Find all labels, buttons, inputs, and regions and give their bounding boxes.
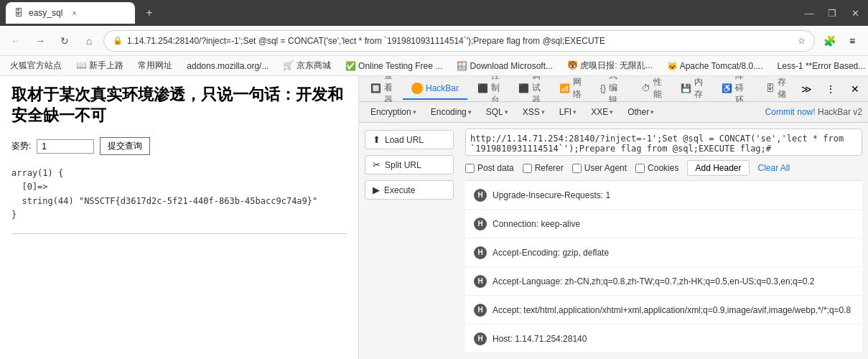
cookies-checkbox[interactable]	[635, 164, 645, 173]
minimize-button[interactable]: —	[802, 6, 816, 20]
encoding-dropdown[interactable]: Encoding ▾	[425, 105, 477, 119]
hackbar-version: HackBar v2	[818, 107, 862, 117]
header-text: Host: 1.14.71.254:28140	[493, 334, 854, 344]
performance-icon: ⏱	[642, 83, 650, 93]
add-header-button[interactable]: Add Header	[687, 160, 749, 176]
accessibility-icon: ♿	[722, 83, 732, 93]
article-title: 取材于某次真实环境渗透，只说一句话：开发和安全缺一不可	[11, 85, 347, 126]
user-agent-label: User Agent	[584, 163, 627, 173]
cookies-label: Cookies	[648, 163, 678, 173]
clear-all-button[interactable]: Clear All	[758, 163, 790, 173]
split-url-button[interactable]: ✂ Split URL	[365, 155, 454, 174]
nav-right-buttons: 🧩 ≡	[819, 31, 862, 51]
address-bar[interactable]: 🔒 1.14.71.254:28140/?inject=-1';Set @sql…	[103, 30, 815, 52]
bookmark-addons[interactable]: addons.mozilla.org/...	[182, 60, 273, 73]
style-icon: {}	[600, 83, 606, 93]
header-row: H Accept: text/html,application/xhtml+xm…	[465, 296, 862, 325]
bookmark-less1[interactable]: Less-1 **Error Based...	[773, 60, 868, 73]
memory-icon: 💾	[681, 83, 691, 93]
lfi-dropdown[interactable]: LFI ▾	[554, 105, 582, 119]
xxe-dropdown[interactable]: XXE ▾	[585, 105, 619, 119]
bookmark-microsoft[interactable]: 🪟 Download Microsoft...	[452, 60, 557, 73]
header-row: H Accept-Encoding: gzip, deflate	[465, 238, 862, 267]
devtools-overflow-button[interactable]: ≫	[796, 79, 816, 99]
other-arrow: ▾	[650, 108, 654, 116]
posture-input[interactable]	[37, 139, 94, 154]
post-data-checkbox[interactable]	[465, 164, 475, 173]
bookmark-testing[interactable]: ✅ Online Testing Free ...	[341, 60, 447, 73]
network-icon: 📶	[559, 83, 570, 93]
back-button[interactable]: ←	[6, 31, 26, 51]
header-row: H Host: 1.14.71.254:28140	[465, 325, 862, 353]
code-output: array(1) { [0]=> string(44) "NSSCTF{d361…	[11, 167, 347, 222]
tab-close-button[interactable]: ×	[68, 7, 80, 19]
bookmark-newuser[interactable]: 📖 新手上路	[72, 58, 128, 73]
browser-tab[interactable]: 🗄 easy_sql ×	[6, 2, 135, 24]
encryption-dropdown[interactable]: Encryption ▾	[365, 105, 422, 119]
other-dropdown[interactable]: Other ▾	[622, 105, 660, 119]
xss-label: XSS	[523, 107, 540, 117]
bookmark-huxiu[interactable]: 🐯 虎嗅日报: 无限乱...	[563, 58, 657, 73]
referer-checkbox[interactable]	[523, 164, 532, 173]
xss-dropdown[interactable]: XSS ▾	[517, 105, 551, 119]
bookmarks-bar: 火狐官方站点 📖 新手上路 常用网址 addons.mozilla.org/..…	[0, 56, 868, 76]
commit-now-link[interactable]: Commit now!	[765, 107, 816, 117]
load-url-label: Load URL	[385, 135, 424, 145]
post-data-checkbox-label[interactable]: Post data	[465, 163, 514, 173]
user-agent-checkbox-label[interactable]: User Agent	[572, 163, 627, 173]
right-panel: 🔲 查看器 HackBar ⬛ 控制台 ⬛ 调试器 📶 网络	[359, 76, 868, 359]
menu-button[interactable]: ≡	[842, 31, 862, 51]
tab-performance-label: 性能	[653, 76, 662, 101]
url-input[interactable]: http://1.14.71.254:28140/?inject=-1';Set…	[465, 129, 862, 156]
close-window-button[interactable]: ✕	[848, 6, 862, 20]
refresh-button[interactable]: ↻	[55, 31, 75, 51]
execute-icon: ▶	[373, 185, 380, 195]
console-icon: ⬛	[477, 83, 488, 93]
header-badge: H	[474, 246, 487, 259]
header-badge: H	[474, 275, 487, 288]
headers-list: H Upgrade-Insecure-Requests: 1 H Connect…	[465, 180, 862, 353]
home-button[interactable]: ⌂	[79, 31, 99, 51]
cookies-checkbox-label[interactable]: Cookies	[635, 163, 678, 173]
debugger-icon: ⬛	[518, 83, 529, 93]
encoding-label: Encoding	[431, 107, 467, 117]
new-tab-button[interactable]: +	[141, 4, 158, 22]
hackbar-icon	[411, 83, 423, 94]
submit-query-button[interactable]: 提交查询	[100, 137, 150, 155]
tab-storage-label: 存储	[778, 76, 786, 101]
bookmark-tomcat[interactable]: 🐱 Apache Tomcat/8.0....	[663, 60, 767, 73]
tab-title: easy_sql	[29, 8, 62, 18]
header-badge: H	[474, 218, 487, 230]
bookmark-firefox[interactable]: 火狐官方站点	[6, 58, 66, 73]
devtools-close-button[interactable]: ✕	[845, 79, 865, 99]
header-text: Accept-Encoding: gzip, deflate	[493, 248, 854, 258]
bookmark-common[interactable]: 常用网址	[134, 58, 177, 73]
address-text: 1.14.71.254:28140/?inject=-1';Set @sql =…	[127, 36, 793, 46]
encryption-arrow: ▾	[413, 108, 416, 116]
forward-button[interactable]: →	[30, 31, 50, 51]
tab-hackbar[interactable]: HackBar	[403, 78, 467, 100]
extensions-button[interactable]: 🧩	[819, 31, 839, 51]
form-label: 姿势:	[11, 140, 31, 152]
devtools-tabs: 🔲 查看器 HackBar ⬛ 控制台 ⬛ 调试器 📶 网络	[359, 76, 868, 102]
devtools-settings-button[interactable]: ⋮	[821, 79, 841, 99]
browser-window: 🗄 easy_sql × + — ❐ ✕ ← → ↻ ⌂ 🔒 1.14.71.2…	[0, 0, 868, 359]
header-text: Accept-Language: zh-CN,zh;q=0.8,zh-TW;q=…	[493, 276, 854, 286]
maximize-button[interactable]: ❐	[825, 6, 839, 20]
split-url-label: Split URL	[385, 160, 421, 170]
star-icon[interactable]: ☆	[798, 36, 806, 46]
sql-arrow: ▾	[505, 108, 508, 116]
bookmark-jd[interactable]: 🛒 京东商城	[279, 58, 335, 73]
referer-checkbox-label[interactable]: Referer	[523, 163, 564, 173]
load-url-button[interactable]: ⬆ Load URL	[365, 130, 454, 149]
user-agent-checkbox[interactable]	[572, 164, 582, 173]
title-bar: 🗄 easy_sql × + — ❐ ✕	[0, 0, 868, 26]
tab-hackbar-label: HackBar	[426, 83, 459, 93]
nav-bar: ← → ↻ ⌂ 🔒 1.14.71.254:28140/?inject=-1';…	[0, 26, 868, 56]
sql-dropdown[interactable]: SQL ▾	[480, 105, 514, 119]
lfi-label: LFI	[559, 107, 571, 117]
divider	[11, 233, 347, 234]
devtools-right-controls: ≫ ⋮ ✕	[796, 79, 865, 99]
execute-button[interactable]: ▶ Execute	[365, 180, 454, 200]
encoding-arrow: ▾	[468, 108, 472, 116]
